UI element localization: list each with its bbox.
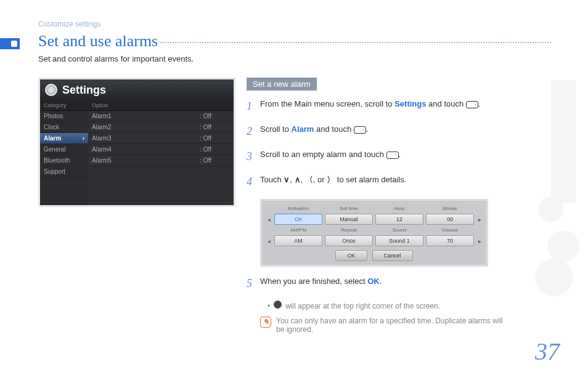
decorative-silhouette [520, 62, 588, 326]
ad-value-sound: Sound 1 [375, 235, 423, 246]
category-clock: Clock [40, 122, 88, 133]
option-row: Alarm5: Off [88, 155, 234, 166]
ad-value-volume: 70 [426, 235, 474, 246]
step-2: 2 Scroll to Alarm and touch . [247, 123, 512, 140]
alarm-detail-panel: Activation Set time Hour Minute ◂ On Man… [260, 199, 488, 267]
arrow-right-icon: ▸ [475, 216, 484, 223]
ad-label: Repeat [324, 226, 374, 234]
ad-value-ampm: AM [274, 235, 322, 246]
ad-value-settime: Manual [325, 214, 373, 225]
category-photos: Photos [40, 111, 88, 122]
arrow-right-icon: ▸ [475, 238, 484, 245]
settings-screenshot: Settings Category Photos Clock Alarm Gen… [38, 78, 235, 207]
breadcrumb: Customize settings [38, 20, 100, 28]
ad-label: AM/PM [273, 226, 324, 234]
ad-label: Sound [374, 226, 425, 234]
enter-button-icon [466, 101, 478, 108]
chevron-right-icon: 〉 [327, 175, 335, 184]
option-column: Option Alarm1: Off Alarm2: Off Alarm3: O… [88, 100, 234, 205]
step-number: 4 [247, 174, 260, 190]
arrow-left-icon: ◂ [264, 216, 273, 223]
option-row: Alarm3: Off [88, 133, 234, 144]
bullet-note: • will appear at the top right corner of… [267, 301, 512, 310]
step-number: 5 [247, 275, 260, 292]
clock-indicator-icon [274, 301, 282, 309]
enter-button-icon [354, 126, 366, 134]
step-number: 3 [247, 148, 260, 165]
step-number: 2 [247, 123, 260, 140]
ad-label: Volume [425, 226, 475, 234]
option-row: Alarm1: Off [88, 111, 234, 122]
page-title: Set and use alarms [38, 32, 158, 51]
page-subtitle: Set and control alarms for important eve… [38, 54, 194, 63]
chevron-up-icon: ∧ [295, 175, 301, 184]
page-number: 37 [535, 337, 560, 366]
ad-value-activation: On [274, 214, 322, 225]
category-header: Category [40, 100, 88, 111]
cancel-button: Cancel [372, 250, 413, 261]
category-support: Support [40, 166, 88, 177]
ad-label: Hour [374, 204, 425, 212]
settings-header: Settings [40, 79, 234, 100]
category-alarm: Alarm [40, 133, 88, 144]
ad-value-repeat: Once [325, 235, 373, 246]
chevron-left-icon: 〈 [305, 175, 313, 184]
option-header: Option [88, 100, 234, 111]
ad-label: Set time [324, 204, 374, 212]
section-heading: Set a new alarm [247, 78, 317, 91]
option-row: Alarm2: Off [88, 122, 234, 133]
category-column: Category Photos Clock Alarm General Blue… [40, 100, 88, 205]
clock-icon [45, 84, 57, 96]
step-5: 5 When you are finished, select OK. [247, 275, 512, 292]
note-box: ✎ You can only have an alarm for a speci… [260, 317, 512, 334]
ad-label: Activation [273, 204, 324, 212]
title-dotted-rule [160, 42, 551, 43]
step-3: 3 Scroll to an empty alarm and touch . [247, 148, 512, 165]
step-1: 1 From the Main menu screen, scroll to S… [247, 98, 512, 115]
enter-button-icon [386, 152, 399, 159]
ad-value-minute: 00 [426, 214, 474, 225]
step-number: 1 [247, 98, 260, 115]
settings-title: Settings [62, 84, 106, 97]
side-tab-icon [0, 38, 20, 49]
ad-value-hour: 12 [375, 214, 423, 225]
ad-label: Minute [425, 204, 475, 212]
ok-button: OK [335, 250, 367, 261]
note-icon: ✎ [260, 317, 271, 328]
category-general: General [40, 144, 88, 155]
chevron-down-icon: ∨ [284, 175, 290, 184]
category-bluetooth: Bluetooth [40, 155, 88, 166]
option-row: Alarm4: Off [88, 144, 234, 155]
step-4: 4 Touch ∨, ∧, 〈, or 〉 to set alarm detai… [247, 174, 512, 190]
arrow-left-icon: ◂ [264, 238, 273, 245]
